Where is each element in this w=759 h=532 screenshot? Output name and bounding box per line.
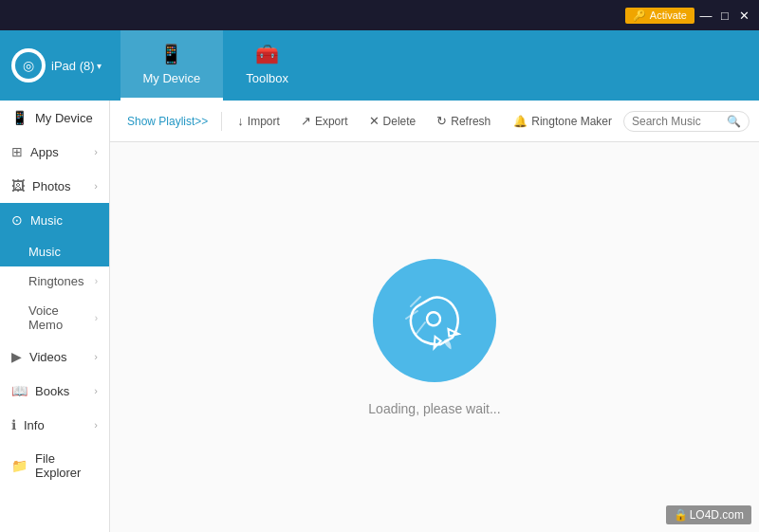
photos-chevron-icon: › bbox=[94, 180, 98, 192]
activate-button[interactable]: 🔑 Activate bbox=[625, 8, 694, 24]
sidebar-item-music[interactable]: ⊙ Music bbox=[0, 203, 109, 237]
search-box: 🔍 bbox=[623, 111, 750, 132]
import-icon: ↓ bbox=[237, 114, 244, 128]
refresh-icon: ↻ bbox=[436, 114, 447, 128]
search-input[interactable] bbox=[632, 115, 727, 128]
refresh-button[interactable]: ↻ Refresh bbox=[427, 110, 500, 132]
device-dropdown-icon: ▾ bbox=[97, 61, 102, 71]
sidebar-info-label: Info bbox=[24, 418, 45, 432]
ringtones-arrow-icon: › bbox=[95, 276, 98, 286]
sidebar-sub-ringtones[interactable]: Ringtones › bbox=[0, 266, 109, 296]
close-button[interactable]: ✕ bbox=[736, 8, 751, 23]
sidebar-item-file-explorer[interactable]: 📁 File Explorer bbox=[0, 442, 109, 489]
sidebar-sub-ringtones-label: Ringtones bbox=[28, 274, 84, 288]
search-icon: 🔍 bbox=[727, 115, 741, 128]
info-chevron-icon: › bbox=[94, 419, 98, 431]
top-nav: ◎ iPad (8) ▾ 📱 My Device 🧰 Toolbox bbox=[0, 30, 759, 101]
sidebar-books-label: Books bbox=[35, 384, 69, 398]
sidebar-apps-label: Apps bbox=[30, 145, 59, 159]
info-icon: ℹ bbox=[11, 417, 16, 432]
rocket-svg bbox=[397, 283, 472, 358]
logo-icon: ◎ bbox=[23, 58, 34, 73]
activate-label: Activate bbox=[650, 9, 687, 21]
delete-icon: ✕ bbox=[369, 114, 380, 128]
logo-circle: ◎ bbox=[11, 48, 46, 83]
sidebar-item-books[interactable]: 📖 Books › bbox=[0, 374, 109, 408]
books-icon: 📖 bbox=[11, 383, 28, 398]
app-container: ◎ iPad (8) ▾ 📱 My Device 🧰 Toolbox bbox=[0, 30, 759, 532]
toolbox-tab-icon: 🧰 bbox=[255, 43, 279, 65]
logo-inner: ◎ bbox=[15, 52, 42, 79]
my-device-tab-label: My Device bbox=[143, 71, 201, 85]
apps-icon: ⊞ bbox=[11, 144, 23, 159]
books-chevron-icon: › bbox=[94, 385, 98, 396]
device-name-label: iPad (8) bbox=[51, 59, 95, 73]
device-name[interactable]: iPad (8) ▾ bbox=[51, 59, 102, 73]
my-device-icon: 📱 bbox=[11, 110, 28, 125]
sidebar-music-label: Music bbox=[30, 213, 63, 228]
minimize-button[interactable]: — bbox=[698, 8, 713, 23]
watermark-text: LO4D.com bbox=[690, 508, 744, 522]
sidebar-item-photos[interactable]: 🖼 Photos › bbox=[0, 169, 109, 203]
sidebar-sub-voice-memo[interactable]: Voice Memo › bbox=[0, 296, 109, 339]
sidebar-photos-label: Photos bbox=[32, 179, 70, 193]
sidebar-item-my-device[interactable]: 📱 My Device bbox=[0, 101, 109, 135]
my-device-tab-icon: 📱 bbox=[159, 43, 183, 65]
svg-line-2 bbox=[416, 322, 425, 335]
sidebar-file-explorer-label: File Explorer bbox=[35, 451, 98, 480]
nav-tabs: 📱 My Device 🧰 Toolbox bbox=[120, 30, 312, 101]
activate-icon: 🔑 bbox=[633, 9, 646, 22]
toolbox-tab-label: Toolbox bbox=[246, 71, 288, 85]
videos-icon: ▶ bbox=[11, 349, 22, 364]
device-logo: ◎ iPad (8) ▾ bbox=[11, 48, 120, 83]
tab-my-device[interactable]: 📱 My Device bbox=[120, 30, 224, 101]
tab-toolbox[interactable]: 🧰 Toolbox bbox=[223, 30, 311, 101]
ringtone-maker-label: Ringtone Maker bbox=[531, 115, 612, 128]
sidebar-videos-label: Videos bbox=[29, 350, 67, 364]
music-icon: ⊙ bbox=[11, 212, 23, 228]
main-content: 📱 My Device ⊞ Apps › 🖼 Photos › ⊙ Music bbox=[0, 101, 759, 532]
title-bar: 🔑 Activate — □ ✕ bbox=[0, 0, 759, 30]
delete-label: Delete bbox=[383, 115, 417, 128]
apps-chevron-icon: › bbox=[94, 146, 98, 157]
toolbar: Show Playlist>> ↓ Import ↗ Export ✕ Dele… bbox=[110, 101, 759, 142]
loading-text: Loading, please wait... bbox=[368, 401, 500, 416]
ringtone-maker-button[interactable]: 🔔 Ringtone Maker bbox=[504, 111, 621, 132]
export-icon: ↗ bbox=[301, 114, 311, 128]
content-area: Show Playlist>> ↓ Import ↗ Export ✕ Dele… bbox=[110, 101, 759, 532]
show-playlist-link[interactable]: Show Playlist>> bbox=[120, 111, 215, 132]
refresh-label: Refresh bbox=[451, 115, 491, 128]
photos-icon: 🖼 bbox=[11, 178, 25, 193]
sidebar-sub-music-label: Music bbox=[28, 245, 61, 259]
ringtone-icon: 🔔 bbox=[513, 115, 528, 128]
file-explorer-icon: 📁 bbox=[11, 458, 28, 473]
maximize-button[interactable]: □ bbox=[717, 8, 732, 23]
rocket-illustration bbox=[373, 259, 496, 382]
sidebar-sub-voice-memo-label: Voice Memo bbox=[28, 303, 95, 332]
import-label: Import bbox=[248, 115, 280, 128]
sidebar-item-info[interactable]: ℹ Info › bbox=[0, 408, 109, 442]
export-button[interactable]: ↗ Export bbox=[291, 110, 358, 132]
videos-chevron-icon: › bbox=[94, 351, 98, 362]
sidebar-item-videos[interactable]: ▶ Videos › bbox=[0, 339, 109, 374]
main-panel: Loading, please wait... bbox=[110, 142, 759, 532]
svg-point-3 bbox=[424, 309, 442, 327]
sidebar: 📱 My Device ⊞ Apps › 🖼 Photos › ⊙ Music bbox=[0, 101, 110, 532]
toolbar-divider-1 bbox=[221, 112, 222, 131]
watermark: 🔒 LO4D.com bbox=[666, 505, 751, 524]
import-button[interactable]: ↓ Import bbox=[228, 110, 289, 132]
voice-memo-arrow-icon: › bbox=[95, 313, 98, 323]
export-label: Export bbox=[315, 115, 348, 128]
sidebar-sub-music[interactable]: Music bbox=[0, 237, 109, 266]
watermark-icon: 🔒 bbox=[674, 508, 688, 522]
sidebar-item-apps[interactable]: ⊞ Apps › bbox=[0, 135, 109, 169]
sidebar-my-device-label: My Device bbox=[35, 111, 93, 125]
delete-button[interactable]: ✕ Delete bbox=[360, 110, 426, 132]
